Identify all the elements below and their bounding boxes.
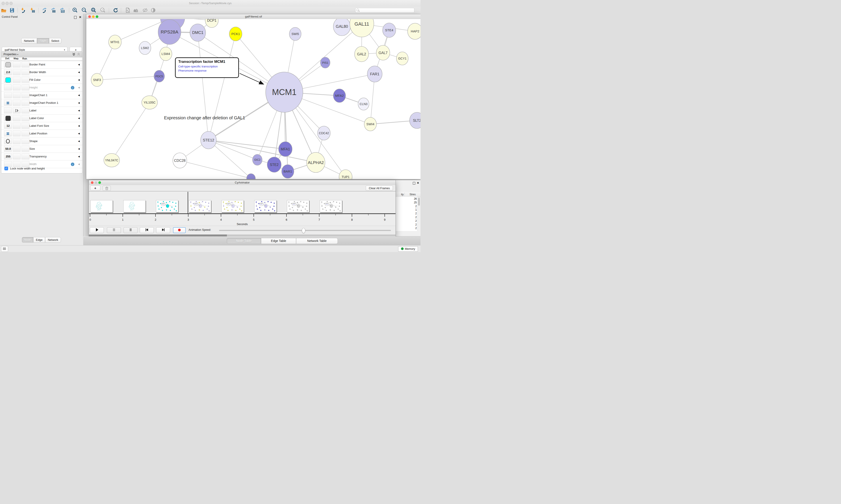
- timeline-pane[interactable]: 0123456789Seconds: [89, 191, 395, 226]
- edge[interactable]: [112, 103, 149, 160]
- properties-header[interactable]: Properties ▾: [1, 51, 82, 57]
- annotation-box[interactable]: Transcription factor MCM1 Cell-type-spec…: [175, 57, 239, 78]
- tab-network[interactable]: Network: [45, 237, 61, 242]
- toolbar-network-file-button[interactable]: [125, 7, 130, 13]
- cyanimator-play-button[interactable]: [90, 227, 104, 233]
- table-cell-value[interactable]: 2: [396, 216, 417, 219]
- toolbar-zoom-in-button[interactable]: [72, 7, 78, 13]
- property-cell[interactable]: [4, 108, 12, 113]
- property-cell[interactable]: [13, 138, 21, 144]
- property-cell[interactable]: [21, 85, 29, 90]
- network-canvas[interactable]: DCP1RPS28ADMC1PCK1SWI5GAL80GAL11STE4HAP2…: [86, 19, 420, 179]
- toolbar-export-network-button[interactable]: [42, 7, 48, 13]
- expand-row-icon[interactable]: ◀: [78, 107, 80, 114]
- float-panel-icon[interactable]: [413, 182, 415, 184]
- property-row-label-color[interactable]: Label Color◀: [1, 114, 82, 122]
- property-cell[interactable]: [13, 108, 21, 113]
- zoom-window-icon[interactable]: [99, 181, 101, 184]
- property-cell[interactable]: [21, 154, 29, 159]
- property-cell[interactable]: [13, 92, 21, 98]
- tab-network-table[interactable]: Network Table: [296, 238, 338, 244]
- property-row-image-chart-position-1[interactable]: Image/Chart Position 1◀: [1, 99, 82, 107]
- close-panel-icon[interactable]: ✕: [79, 15, 82, 19]
- close-icon[interactable]: [91, 181, 93, 184]
- property-cell[interactable]: [4, 61, 12, 68]
- toolbar-save-session-button[interactable]: [9, 7, 15, 13]
- edge[interactable]: [209, 34, 236, 140]
- toolbar-open-session-button[interactable]: [1, 7, 6, 13]
- speed-slider-track[interactable]: [219, 230, 391, 231]
- cyanimator-record-button[interactable]: [173, 227, 186, 233]
- cyanimator-titlebar[interactable]: CyAnimator: [89, 180, 395, 185]
- tab-network[interactable]: Network: [21, 38, 37, 43]
- delete-frame-button[interactable]: [103, 186, 111, 191]
- property-cell[interactable]: [13, 115, 21, 121]
- property-cell[interactable]: 12: [4, 123, 12, 129]
- property-cell[interactable]: [13, 77, 21, 83]
- property-cell[interactable]: [21, 108, 29, 113]
- table-cell-value[interactable]: 2: [396, 212, 417, 215]
- tab-style[interactable]: Style: [37, 38, 49, 43]
- property-cell[interactable]: [13, 69, 21, 75]
- tab-edge-table[interactable]: Edge Table: [261, 238, 296, 244]
- property-cell[interactable]: [4, 92, 12, 98]
- property-cell[interactable]: [13, 130, 21, 137]
- expand-row-icon[interactable]: ◀: [78, 91, 80, 99]
- panel-list-button[interactable]: [1, 246, 8, 252]
- expand-row-icon[interactable]: ◀: [78, 130, 80, 137]
- tab-edge[interactable]: Edge: [33, 237, 45, 242]
- speed-slider-handle[interactable]: [302, 228, 305, 233]
- collapse-all-icon[interactable]: [77, 53, 80, 56]
- column-header[interactable]: ity: [396, 192, 404, 197]
- table-cell-value[interactable]: 2: [396, 205, 417, 208]
- expand-row-icon[interactable]: ◀: [78, 99, 80, 107]
- property-cell[interactable]: [21, 61, 29, 68]
- expand-row-icon[interactable]: ◀: [78, 122, 80, 130]
- animation-frame-1[interactable]: [90, 200, 113, 212]
- info-icon[interactable]: i: [71, 86, 74, 90]
- table-cell-value[interactable]: 25: [396, 201, 417, 204]
- edge[interactable]: [180, 161, 251, 178]
- toolbar-hide-selected-button[interactable]: [142, 7, 148, 13]
- cyanimator-stop-button[interactable]: [124, 227, 138, 233]
- clear-all-frames-button[interactable]: Clear All Frames: [366, 186, 393, 191]
- property-row-label[interactable]: Label◀: [1, 107, 82, 114]
- toolbar-import-network-button[interactable]: [21, 7, 26, 13]
- expand-row-icon[interactable]: ◀: [78, 145, 80, 152]
- property-cell[interactable]: [4, 100, 12, 106]
- scrollbar-thumb[interactable]: [418, 198, 420, 205]
- property-cell[interactable]: [13, 123, 21, 129]
- scrollbar-track[interactable]: [418, 197, 420, 231]
- expand-row-icon[interactable]: ◀: [78, 84, 80, 91]
- property-row-transparency[interactable]: 255Transparency◀: [1, 153, 82, 161]
- property-cell[interactable]: 2.0: [4, 69, 12, 75]
- property-cell[interactable]: [21, 69, 29, 75]
- animation-frame-8[interactable]: [320, 200, 342, 212]
- node-unlabeled[interactable]: [247, 174, 255, 179]
- edge[interactable]: [209, 140, 251, 178]
- tab-node-table[interactable]: Node Table: [227, 238, 261, 244]
- color-swatch[interactable]: [5, 62, 11, 67]
- property-cell[interactable]: [13, 100, 21, 106]
- animation-frame-2[interactable]: [123, 200, 146, 212]
- toolbar-import-table-button[interactable]: [30, 7, 36, 13]
- property-cell[interactable]: [4, 85, 12, 90]
- expand-row-icon[interactable]: ◀: [78, 153, 80, 160]
- property-cell[interactable]: 50.0: [4, 146, 12, 152]
- add-frame-button[interactable]: +: [90, 186, 100, 191]
- close-icon[interactable]: [88, 15, 91, 18]
- expand-row-icon[interactable]: ◀: [78, 61, 80, 68]
- property-cell[interactable]: [13, 85, 21, 90]
- toolbar-zoom-fit-button[interactable]: [91, 7, 96, 13]
- column-header[interactable]: Stres: [406, 192, 420, 197]
- close-panel-icon[interactable]: ✕: [417, 181, 419, 184]
- lock-size-checkbox[interactable]: ✓: [4, 167, 8, 170]
- expand-row-icon[interactable]: ◀: [78, 138, 80, 145]
- animation-frame-6[interactable]: [254, 200, 276, 212]
- cyanimator-skip-end-button[interactable]: [156, 227, 170, 233]
- property-cell[interactable]: [13, 61, 21, 68]
- tab-node[interactable]: Node: [22, 237, 33, 242]
- cyanimator-pause-button[interactable]: [107, 227, 121, 233]
- float-panel-icon[interactable]: [74, 16, 77, 19]
- property-cell[interactable]: [21, 115, 29, 121]
